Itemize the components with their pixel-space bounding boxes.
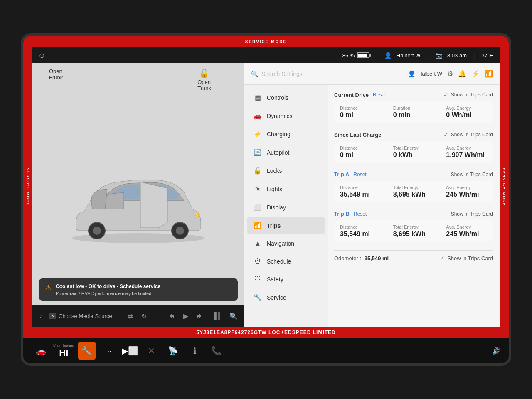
trip-b-avgenergy-cell: Avg. Energy 245 Wh/mi [440,220,493,242]
trunk-lock-icon: 🔓 [199,68,209,78]
service-mode-right-label: SERVICE MODE [502,168,506,207]
search-area[interactable]: 🔍 Search Settings [251,71,403,77]
menu-label-service: Service [267,294,286,301]
current-drive-distance-label: Distance [340,106,381,111]
svg-text:⚡: ⚡ [192,210,202,219]
menu-item-lights[interactable]: ☀ Lights [247,180,325,198]
search-media-icon[interactable]: 🔍 [229,312,238,320]
open-trunk-button[interactable]: 🔓 OpenTrunk [197,68,211,91]
settings-header: 🔍 Search Settings 👤 Halbert W ⚙ 🔔 ⚡ 📶 [244,63,500,85]
svg-point-2 [93,227,101,235]
current-drive-avgenergy-cell: Avg. Energy 0 Wh/mi [440,101,493,123]
prev-track-button[interactable]: ⏮ [168,312,175,320]
status-temp: 37°F [481,52,493,59]
menu-label-dynamics: Dynamics [267,113,292,119]
open-trunk-label: OpenTrunk [197,79,211,91]
trip-b-show-trips[interactable]: Show in Trips Card [451,211,493,217]
current-drive-section: Current Drive Reset ✓ Show in Trips Card… [334,91,493,123]
trip-a-show-trips[interactable]: Show in Trips Card [451,172,493,177]
battery-percentage: 85 % [342,52,355,59]
car-button[interactable]: 🚗 [32,342,50,360]
service-button[interactable]: 🔧 [78,342,96,360]
alert-box: ⚠ Coolant low - OK to drive - Schedule s… [39,278,238,301]
alert-text: Coolant low - OK to drive - Schedule ser… [56,283,160,297]
media-source-label[interactable]: Choose Media Source [59,313,112,319]
media-bar: ♪ ✕ Choose Media Source ⇄ ↻ ⏮ ▶ ⏭ [32,305,244,327]
menu-item-service[interactable]: 🔧 Service [247,288,325,306]
current-drive-distance-cell: Distance 0 mi [334,101,387,123]
since-last-charge-check-icon: ✓ [443,131,448,138]
lights-icon: ☀ [254,185,262,193]
more-button[interactable]: ··· [99,342,118,360]
trip-b-distance-value: 35,549 mi [340,230,381,238]
gtw-locked-text: GTW LOCKED [254,330,292,335]
status-time: 8:03 am [447,52,467,59]
odometer-label: Odometer : 35,549 mi [334,255,389,261]
odometer-show-trips[interactable]: ✓ Show in Trips Card [440,255,493,261]
status-divider-3: | [473,52,475,59]
battery-fill [358,54,367,57]
menu-item-schedule[interactable]: ⏱ Schedule [247,253,325,270]
menu-item-autopilot[interactable]: 🔄 Autopilot [247,143,325,161]
screen: SERVICE MODE SERVICE MODE SERVICE MODE 5… [21,33,511,366]
equalizer-icon[interactable]: ▐║ [212,312,221,320]
battery-info: 85 % [342,52,370,59]
search-icon: 🔍 [251,71,258,77]
service-wrench-icon: 🔧 [254,293,262,301]
signal-icon: 📶 [485,70,493,78]
menu-item-locks[interactable]: 🔒 Locks [247,162,325,180]
profile-name: Halbert W [418,71,442,77]
menu-item-trips[interactable]: 📶 Trips [247,217,325,234]
current-drive-avgenergy-value: 0 Wh/mi [446,111,487,119]
next-track-button[interactable]: ⏭ [197,312,203,320]
menu-label-charging: Charging [267,131,291,138]
menu-item-display[interactable]: ⬜ Display [247,198,325,216]
phone-button[interactable]: 📞 [207,342,226,360]
media-player-button[interactable]: ▶⬜ [121,342,139,360]
menu-item-safety[interactable]: 🛡 Safety [247,271,325,288]
since-last-charge-show-trips[interactable]: ✓ Show in Trips Card [443,131,493,138]
alert-subtitle: Powertrain / HVAC performance may be lim… [56,290,160,297]
wifi-button[interactable]: 📡 [164,342,182,360]
menu-label-trips: Trips [267,222,281,229]
menu-label-lights: Lights [267,186,282,192]
camera-icon: 📷 [435,52,442,59]
trip-a-header: Trip A Reset Show in Trips Card [334,171,493,177]
slc-avgenergy-cell: Avg. Energy 1,907 Wh/mi [440,141,493,163]
menu-label-navigation: Navigation [267,240,294,247]
main-screen: ⊙ 85 % | 👤 Halbert W | 📷 8:03 am | 37°F [32,47,500,327]
trip-a-avgenergy-value: 245 Wh/mi [446,191,487,198]
menu-item-charging[interactable]: ⚡ Charging [247,125,325,143]
bluetooth-icon[interactable]: ⚡ [471,70,480,78]
trip-a-distance-label: Distance [340,185,381,190]
menu-label-controls: Controls [267,94,288,101]
current-drive-title: Current Drive [334,92,369,98]
current-drive-reset[interactable]: Reset [373,92,386,98]
notifications-bell-icon[interactable]: 🔔 [458,70,466,78]
trip-a-reset[interactable]: Reset [353,172,366,177]
volume-control[interactable]: 🔊 [492,347,500,355]
repeat-icon[interactable]: ↻ [141,312,147,320]
slc-distance-label: Distance [340,145,381,150]
svg-point-4 [176,227,184,235]
trip-b-title: Trip B [334,211,350,217]
open-frunk-button[interactable]: OpenFrunk [49,68,63,91]
current-drive-show-trips[interactable]: ✓ Show in Trips Card [443,91,493,98]
menu-item-dynamics[interactable]: 🚗 Dynamics [247,107,325,125]
trip-b-section: Trip B Reset Show in Trips Card Distance… [334,211,493,242]
menu-item-controls[interactable]: ▤ Controls [247,89,325,106]
speed-limited-text: SPEED LIMITED [292,330,336,335]
info-button[interactable]: ℹ [186,342,204,360]
profile-button[interactable]: 👤 Halbert W [408,70,442,78]
close-x-button[interactable]: ✕ [143,342,161,360]
settings-gear-icon[interactable]: ⚙ [447,70,453,78]
shuffle-icon[interactable]: ⇄ [128,312,133,320]
menu-item-navigation[interactable]: ▲ Navigation [247,235,325,252]
menu-column: ▤ Controls 🚗 Dynamics ⚡ Charging 🔄 [244,85,328,327]
status-divider-1: | [376,52,377,59]
trip-a-title: Trip A [334,171,349,177]
media-close-icon[interactable]: ✕ [49,313,56,319]
trip-b-reset[interactable]: Reset [354,211,367,217]
media-source[interactable]: ✕ Choose Media Source [49,313,112,319]
play-button[interactable]: ▶ [183,312,188,320]
